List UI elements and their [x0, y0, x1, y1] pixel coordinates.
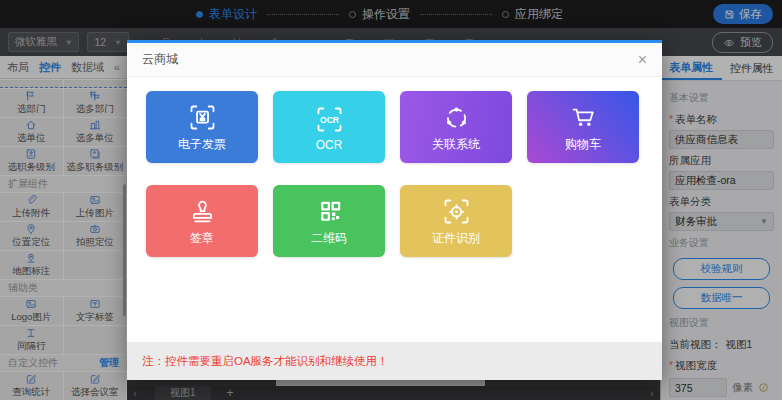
qrcode-icon — [313, 195, 346, 228]
cloud-mall-modal: 云商城 × 电子发票 OCR 关联系统 购物车 签章 — [127, 40, 662, 380]
form-designer-app: 表单设计 操作设置 应用绑定 保存 微软雅黑 ▼ 12 ▼ — [0, 0, 782, 400]
modal-title: 云商城 — [142, 51, 178, 68]
tile-label: 购物车 — [565, 136, 601, 153]
close-icon[interactable]: × — [638, 52, 647, 68]
tile-ocr[interactable]: OCR — [273, 91, 385, 163]
tile-label: 证件识别 — [432, 230, 480, 247]
modal-header: 云商城 × — [127, 43, 662, 77]
tile-linked-system[interactable]: 关联系统 — [400, 91, 512, 163]
tile-label: 关联系统 — [432, 136, 480, 153]
tile-label: 签章 — [190, 230, 214, 247]
tile-stamp[interactable]: 签章 — [146, 185, 258, 257]
tile-qrcode[interactable]: 二维码 — [273, 185, 385, 257]
tile-label: 电子发票 — [178, 136, 226, 153]
share-network-icon — [440, 101, 473, 134]
ocr-scan-icon — [313, 103, 346, 136]
tile-shopping-cart[interactable]: 购物车 — [527, 91, 639, 163]
modal-footer: 注：控件需要重启OA服务才能识别和继续使用！ — [127, 342, 662, 380]
invoice-scan-icon — [186, 101, 219, 134]
restart-note: 注：控件需要重启OA服务才能识别和继续使用！ — [142, 354, 389, 369]
stamp-icon — [186, 195, 219, 228]
modal-body: 电子发票 OCR 关联系统 购物车 签章 二维码 — [127, 77, 662, 342]
shopping-cart-icon — [567, 101, 600, 134]
tile-electronic-invoice[interactable]: 电子发票 — [146, 91, 258, 163]
idcard-scan-icon — [440, 195, 473, 228]
tile-label: OCR — [316, 138, 343, 152]
tile-id-recognition[interactable]: 证件识别 — [400, 185, 512, 257]
tile-label: 二维码 — [311, 230, 347, 247]
